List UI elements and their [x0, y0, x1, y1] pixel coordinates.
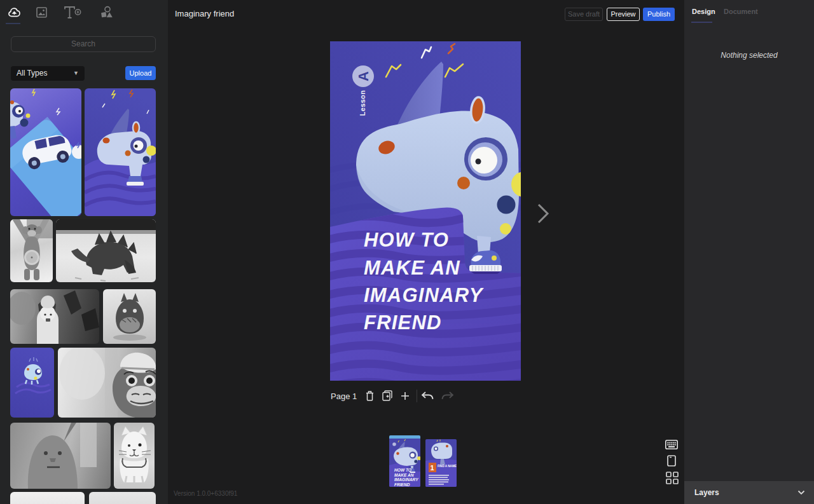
svg-text:A: A	[355, 71, 371, 81]
svg-text:Lesson: Lesson	[359, 90, 366, 116]
svg-text:1: 1	[431, 464, 434, 472]
svg-text:FIND A NAME: FIND A NAME	[438, 465, 457, 468]
